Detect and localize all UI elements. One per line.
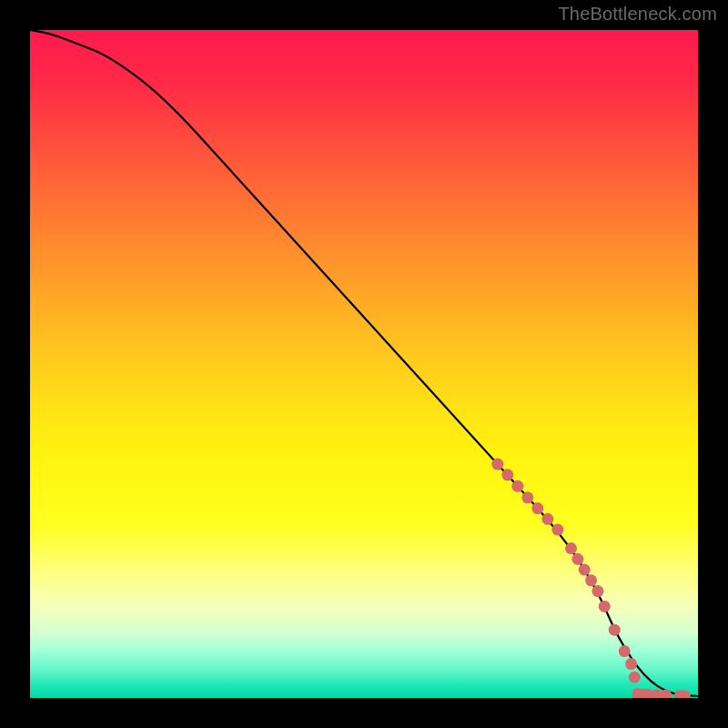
chart-svg bbox=[30, 30, 698, 698]
markers-group bbox=[491, 459, 691, 698]
data-marker bbox=[565, 542, 577, 554]
data-marker bbox=[579, 564, 591, 576]
data-marker bbox=[521, 491, 533, 503]
data-marker bbox=[609, 624, 621, 636]
data-marker bbox=[541, 513, 553, 525]
data-marker bbox=[599, 601, 611, 612]
data-marker bbox=[592, 585, 603, 597]
chart-frame: TheBottleneck.com bbox=[0, 0, 728, 728]
data-marker bbox=[571, 553, 583, 565]
data-marker bbox=[625, 658, 637, 670]
watermark-label: TheBottleneck.com bbox=[558, 4, 717, 25]
data-marker bbox=[491, 459, 503, 470]
data-marker bbox=[511, 480, 523, 492]
data-marker bbox=[629, 672, 641, 683]
data-marker bbox=[551, 524, 563, 536]
data-marker bbox=[619, 645, 631, 657]
chart-plot-area bbox=[30, 30, 698, 698]
data-marker bbox=[501, 469, 513, 480]
data-marker bbox=[531, 502, 543, 514]
data-marker bbox=[585, 574, 597, 586]
data-marker bbox=[660, 690, 672, 698]
